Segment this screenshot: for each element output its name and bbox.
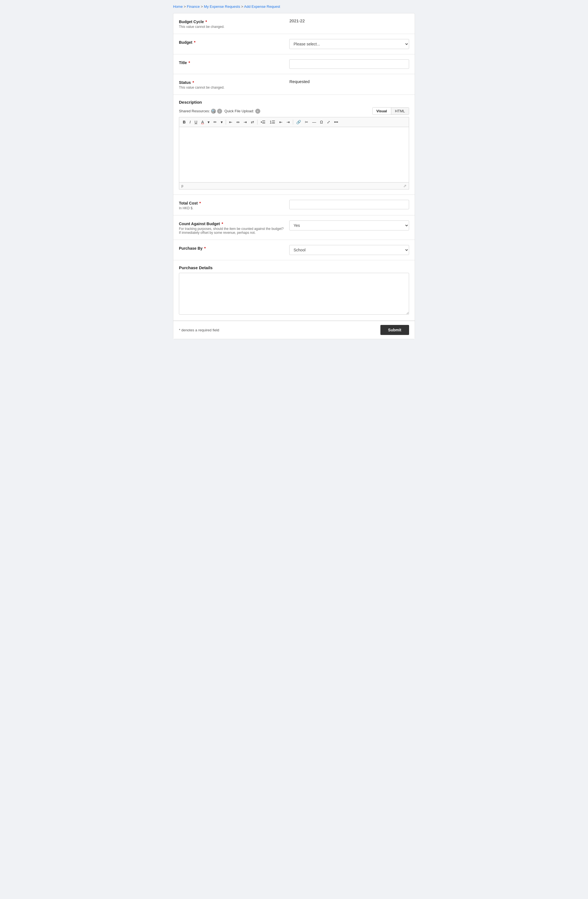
toolbar-sep-2 (257, 119, 258, 125)
description-section: Description Shared Resources: 🔍 i Quick … (173, 95, 415, 195)
toolbar-horizontal-rule[interactable]: — (311, 119, 317, 125)
description-toolbar-top: Shared Resources: 🔍 i Quick File Upload:… (179, 107, 409, 115)
toolbar-numbered-list[interactable]: 1☰ (268, 119, 277, 125)
toolbar-align-right[interactable]: ⇥ (242, 119, 248, 125)
toolbar-align-left[interactable]: ⇤ (228, 119, 234, 125)
toolbar-font-color-dropdown[interactable]: ▾ (206, 119, 211, 125)
purchase-details-title: Purchase Details (179, 265, 409, 270)
description-title: Description (179, 100, 409, 105)
title-label: Title * (179, 60, 284, 65)
editor-tag-indicator: p (181, 184, 184, 188)
total-cost-row: Total Cost * In HKD $. (173, 195, 415, 215)
editor-footer: p ⇗ (179, 182, 409, 190)
purchase-details-section: Purchase Details (173, 260, 415, 321)
status-value: Requested (289, 79, 310, 84)
page-wrapper: Home > Finance > My Expense Requests > A… (168, 0, 420, 344)
count-against-budget-label: Count Against Budget * (179, 222, 284, 226)
form-footer: * denotes a required field Submit (173, 321, 415, 339)
budget-label: Budget * (179, 40, 284, 45)
budget-cycle-sublabel: This value cannot be changed. (179, 25, 284, 29)
total-cost-label: Total Cost * (179, 201, 284, 205)
toolbar-align-center[interactable]: ⇔ (235, 119, 241, 125)
editor-toolbar: B I U A ▾ ✏ ▾ ⇤ ⇔ ⇥ ⇄ •☰ 1☰ ⇤ ⇥ 🔗 ✂ (179, 117, 409, 127)
toolbar-font-color[interactable]: A (200, 119, 205, 125)
status-label: Status * (179, 80, 284, 85)
toolbar-bullet-list[interactable]: •☰ (259, 119, 267, 125)
total-cost-sublabel: In HKD $. (179, 206, 284, 210)
title-row: Title * (173, 54, 415, 74)
breadcrumb: Home > Finance > My Expense Requests > A… (173, 5, 415, 9)
purchase-by-row: Purchase By * School Individual (173, 240, 415, 260)
breadcrumb-home[interactable]: Home (173, 5, 183, 9)
budget-row: Budget * Please select... (173, 34, 415, 54)
toolbar-special-chars[interactable]: Ω (318, 119, 324, 125)
budget-cycle-row: Budget Cycle * This value cannot be chan… (173, 13, 415, 34)
visual-html-tabs: Visual HTML (372, 107, 409, 115)
toolbar-indent[interactable]: ⇥ (285, 119, 291, 125)
purchase-details-textarea[interactable] (179, 273, 409, 315)
status-row: Status * This value cannot be changed. R… (173, 74, 415, 95)
toolbar-underline[interactable]: U (193, 119, 199, 125)
tab-html[interactable]: HTML (391, 108, 409, 114)
submit-button[interactable]: Submit (380, 325, 409, 335)
budget-select[interactable]: Please select... (289, 39, 409, 49)
count-against-budget-row: Count Against Budget * For tracking purp… (173, 215, 415, 240)
quick-file-upload: Quick File Upload: + (224, 109, 260, 114)
shared-resources-search-icon[interactable]: 🔍 (211, 109, 216, 114)
form-card: Budget Cycle * This value cannot be chan… (173, 13, 415, 339)
toolbar-italic[interactable]: I (188, 119, 192, 125)
toolbar-outdent[interactable]: ⇤ (278, 119, 284, 125)
toolbar-align-justify[interactable]: ⇄ (249, 119, 256, 125)
toolbar-bold[interactable]: B (181, 119, 187, 125)
shared-resources: Shared Resources: 🔍 i (179, 109, 222, 114)
purchase-by-label: Purchase By * (179, 246, 284, 250)
shared-resources-info-icon[interactable]: i (217, 109, 222, 114)
description-editor[interactable] (179, 127, 409, 182)
toolbar-unlink[interactable]: ✂ (304, 119, 310, 125)
breadcrumb-my-expense-requests[interactable]: My Expense Requests (204, 5, 240, 9)
toolbar-highlight[interactable]: ✏ (212, 119, 218, 125)
toolbar-fullscreen[interactable]: ⤢ (326, 119, 332, 125)
total-cost-input[interactable] (289, 200, 409, 209)
breadcrumb-add-expense-request[interactable]: Add Expense Request (244, 5, 280, 9)
budget-cycle-value: 2021-22 (289, 19, 305, 23)
title-input[interactable] (289, 59, 409, 69)
budget-cycle-label: Budget Cycle * (179, 20, 284, 24)
resize-handle[interactable]: ⇗ (403, 184, 407, 188)
purchase-by-select[interactable]: School Individual (289, 245, 409, 255)
tab-visual[interactable]: Visual (373, 108, 391, 114)
required-note: * denotes a required field (179, 328, 219, 332)
quick-file-upload-icon[interactable]: + (255, 109, 260, 114)
breadcrumb-finance[interactable]: Finance (187, 5, 200, 9)
toolbar-link[interactable]: 🔗 (295, 119, 302, 125)
count-against-budget-select[interactable]: Yes No (289, 221, 409, 230)
status-sublabel: This value cannot be changed. (179, 85, 284, 90)
count-against-budget-sublabel: For tracking purposes, should the item b… (179, 227, 284, 235)
toolbar-more-options[interactable]: ••• (333, 119, 340, 125)
toolbar-highlight-dropdown[interactable]: ▾ (219, 119, 224, 125)
